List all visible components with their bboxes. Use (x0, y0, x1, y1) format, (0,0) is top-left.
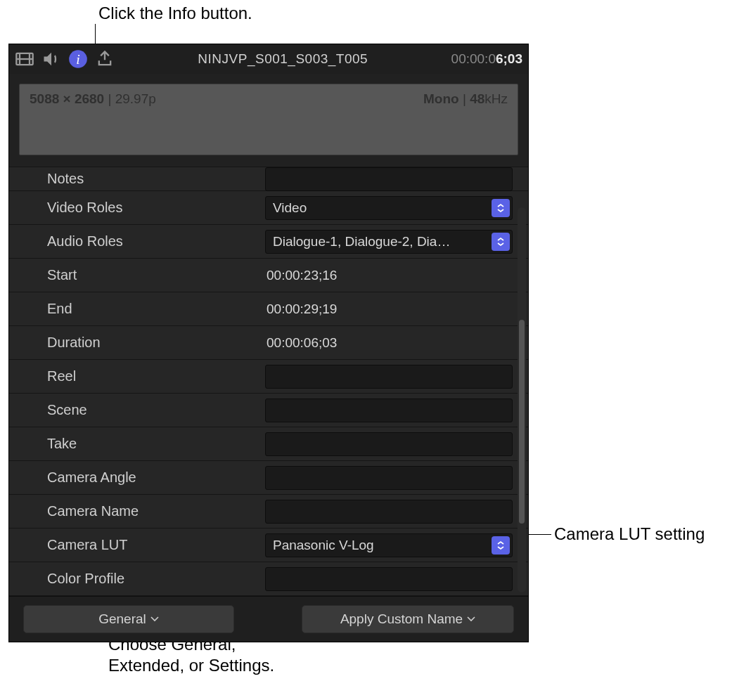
label-scene: Scene (47, 402, 265, 418)
apply-custom-name-menu[interactable]: Apply Custom Name (302, 605, 514, 633)
view-menu-label: General (98, 611, 146, 627)
label-camera-lut: Camera LUT (47, 537, 265, 553)
summary-audio: Mono | 48kHz (423, 91, 508, 148)
clip-title: NINJVP_S001_S003_T005 (122, 51, 444, 67)
inspector-tabs: i NINJVP_S001_S003_T005 00:00:06;03 (9, 44, 528, 74)
timecode-gray: 00:00:0 (451, 51, 496, 67)
label-color-profile: Color Profile (47, 571, 265, 587)
callout-camera-lut: Camera LUT setting (554, 524, 705, 545)
label-end: End (47, 301, 265, 317)
chevron-updown-icon (492, 199, 510, 217)
row-reel: Reel (9, 360, 528, 394)
label-audio-roles: Audio Roles (47, 233, 265, 249)
row-start: Start 00:00:23;16 (9, 259, 528, 292)
share-tab-icon[interactable] (95, 49, 115, 69)
input-reel[interactable] (265, 365, 513, 389)
chevron-down-icon (150, 616, 159, 622)
chevron-updown-icon (492, 536, 510, 555)
chevron-down-icon (467, 616, 475, 622)
value-end: 00:00:29;19 (265, 302, 528, 317)
value-duration: 00:00:06;03 (265, 335, 528, 351)
timecode-display: 00:00:06;03 (451, 51, 522, 67)
apply-name-label: Apply Custom Name (340, 611, 463, 627)
audio-tab-icon[interactable] (41, 49, 61, 69)
row-scene: Scene (9, 394, 528, 427)
row-color-profile: Color Profile (9, 562, 528, 596)
scrollbar-thumb[interactable] (519, 320, 525, 524)
select-audio-roles[interactable]: Dialogue-1, Dialogue-2, Dia… (265, 230, 513, 254)
input-camera-angle[interactable] (265, 466, 513, 490)
row-audio-roles: Audio Roles Dialogue-1, Dialogue-2, Dia… (9, 225, 528, 259)
info-list: Notes Video Roles Video Audio Roles Dial… (9, 167, 528, 596)
input-notes[interactable] (265, 167, 513, 191)
row-duration: Duration 00:00:06;03 (9, 326, 528, 360)
svg-text:i: i (76, 51, 80, 67)
label-video-roles: Video Roles (47, 200, 265, 216)
label-reel: Reel (47, 368, 265, 384)
value-start: 00:00:23;16 (265, 268, 528, 283)
timecode-white: 6;03 (496, 51, 522, 67)
label-duration: Duration (47, 335, 265, 351)
select-video-roles[interactable]: Video (265, 196, 513, 220)
inspector-panel: i NINJVP_S001_S003_T005 00:00:06;03 5088… (8, 44, 529, 642)
input-take[interactable] (265, 432, 513, 456)
summary-video: 5088 × 2680 | 29.97p (30, 91, 156, 148)
row-camera-lut: Camera LUT Panasonic V-Log (9, 529, 528, 562)
summary-audio-unit: kHz (484, 91, 508, 106)
input-color-profile[interactable] (265, 567, 513, 591)
inspector-footer: General Apply Custom Name (9, 596, 528, 642)
row-video-roles: Video Roles Video (9, 191, 528, 225)
label-start: Start (47, 267, 265, 283)
label-take: Take (47, 436, 265, 452)
label-camera-angle: Camera Angle (47, 469, 265, 486)
select-camera-lut[interactable]: Panasonic V-Log (265, 533, 513, 557)
label-camera-name: Camera Name (47, 503, 265, 519)
video-tab-icon[interactable] (15, 49, 34, 69)
row-end: End 00:00:29;19 (9, 292, 528, 326)
summary-resolution: 5088 × 2680 (30, 91, 104, 106)
summary-audio-channels: Mono (423, 91, 459, 106)
input-scene[interactable] (265, 398, 513, 422)
row-notes: Notes (9, 167, 528, 191)
chevron-updown-icon (492, 233, 510, 251)
info-tab-icon[interactable]: i (68, 49, 88, 69)
label-notes: Notes (47, 171, 265, 187)
metadata-view-menu[interactable]: General (23, 605, 234, 633)
scrollbar[interactable] (518, 207, 526, 592)
callout-info-button: Click the Info button. (98, 3, 252, 24)
summary-fps: 29.97p (115, 91, 156, 106)
summary-audio-rate: 48 (470, 91, 484, 106)
input-camera-name[interactable] (265, 500, 513, 524)
row-camera-angle: Camera Angle (9, 461, 528, 495)
row-camera-name: Camera Name (9, 495, 528, 529)
row-take: Take (9, 427, 528, 461)
clip-summary: 5088 × 2680 | 29.97p Mono | 48kHz (19, 84, 518, 155)
